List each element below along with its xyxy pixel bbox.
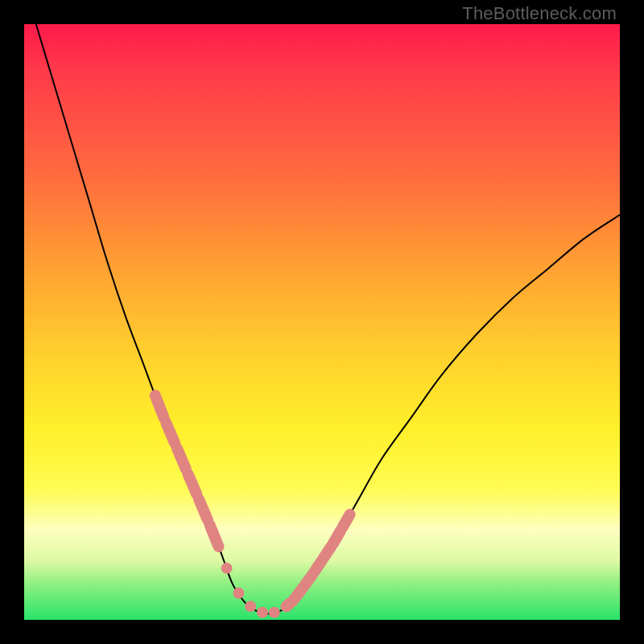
svg-point-15 [245, 601, 256, 612]
marker-cluster [155, 395, 350, 617]
svg-point-17 [269, 607, 280, 618]
svg-line-11 [333, 530, 341, 543]
watermark-text: TheBottleneck.com [462, 3, 617, 24]
svg-line-0 [155, 395, 164, 418]
chart-frame: TheBottleneck.com [0, 0, 644, 644]
svg-line-2 [177, 448, 186, 469]
svg-point-18 [281, 601, 292, 612]
svg-line-12 [342, 514, 349, 527]
svg-line-5 [210, 525, 219, 547]
svg-line-4 [199, 499, 208, 519]
svg-line-1 [166, 423, 175, 443]
svg-line-3 [188, 474, 197, 494]
svg-point-13 [221, 563, 233, 574]
svg-point-14 [233, 588, 244, 599]
plot-area [24, 24, 620, 620]
bottleneck-curve [36, 24, 620, 614]
svg-point-16 [257, 607, 268, 618]
curve-svg [24, 24, 620, 620]
